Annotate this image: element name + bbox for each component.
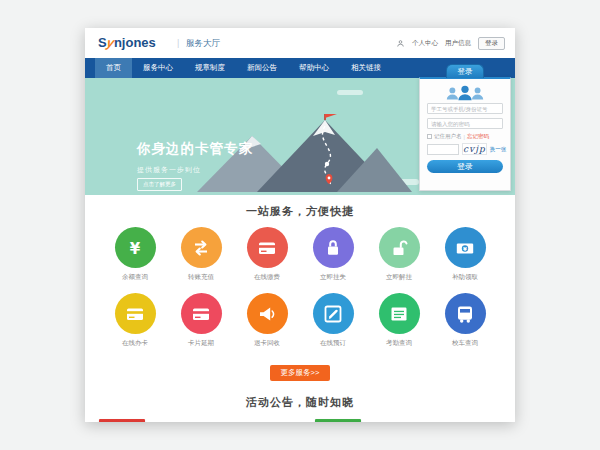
- service-item[interactable]: 卡片延期: [168, 293, 234, 348]
- service-item[interactable]: 立即挂失: [300, 227, 366, 282]
- service-item[interactable]: 在线缴费: [234, 227, 300, 282]
- tab-usage-guide[interactable]: 使用指南: [315, 419, 361, 422]
- remember-checkbox[interactable]: [427, 134, 432, 139]
- more-services-button[interactable]: 更多服务>>: [270, 365, 331, 381]
- edit-icon: [321, 302, 345, 326]
- nav-item[interactable]: 新闻公告: [236, 58, 288, 78]
- service-item[interactable]: 转账充值: [168, 227, 234, 282]
- unlock-icon: [387, 236, 411, 260]
- services-section-title: 一站服务，方便快捷: [85, 204, 515, 219]
- site-name: 服务大厅: [186, 38, 220, 50]
- card-icon: [123, 302, 147, 326]
- service-icon-circle[interactable]: [181, 293, 222, 334]
- service-icon-circle[interactable]: [181, 227, 222, 268]
- nav-item[interactable]: 首页: [95, 58, 132, 78]
- list-icon: [387, 302, 411, 326]
- service-icon-circle[interactable]: [115, 293, 156, 334]
- logo-text-rest: njones: [114, 35, 156, 50]
- nav-item[interactable]: 规章制度: [184, 58, 236, 78]
- header-login-button[interactable]: 登录: [478, 37, 505, 50]
- service-icon-circle[interactable]: [313, 227, 354, 268]
- hero-title: 你身边的卡管专家: [137, 140, 253, 158]
- service-label: 立即解挂: [386, 273, 412, 282]
- transfer-icon: [189, 236, 213, 260]
- login-submit-button[interactable]: 登录: [427, 160, 503, 173]
- captcha-input[interactable]: [427, 144, 459, 155]
- forgot-password-link[interactable]: 忘记密码: [467, 133, 489, 140]
- hero-subtitle: 提供服务一步到位: [137, 165, 201, 175]
- remember-label: 记住用户名: [434, 133, 462, 140]
- tab-activity-announcements[interactable]: 活动公告: [99, 419, 145, 422]
- banknote-icon: ¥: [453, 236, 477, 260]
- hero-cta-button[interactable]: 点击了解更多: [137, 178, 182, 191]
- nav-item[interactable]: 服务中心: [132, 58, 184, 78]
- service-label: 校车查询: [452, 339, 478, 348]
- service-label: 立即挂失: [320, 273, 346, 282]
- bus-icon: [453, 302, 477, 326]
- service-icon-circle[interactable]: ¥: [445, 227, 486, 268]
- service-label: 退卡回收: [254, 339, 280, 348]
- service-item[interactable]: 在线办卡: [102, 293, 168, 348]
- service-label: 补助领取: [452, 273, 478, 282]
- nav-item[interactable]: 相关链接: [340, 58, 392, 78]
- users-avatars-icon: [444, 84, 486, 101]
- login-widget: 登录 记住用户名 | 忘记密码 cvjp 换一张 登录: [419, 64, 511, 191]
- user-info-link[interactable]: 用户信息: [445, 39, 471, 48]
- card-icon: [189, 302, 213, 326]
- service-item[interactable]: 在线预订: [300, 293, 366, 348]
- card-icon: [255, 236, 279, 260]
- service-item[interactable]: 校车查询: [432, 293, 498, 348]
- service-icon-circle[interactable]: [247, 293, 288, 334]
- service-icon-circle[interactable]: [445, 293, 486, 334]
- service-label: 余额查询: [122, 273, 148, 282]
- yen-icon: ¥: [123, 236, 147, 260]
- login-panel: 记住用户名 | 忘记密码 cvjp 换一张 登录: [419, 77, 511, 191]
- captcha-image[interactable]: cvjp: [462, 143, 487, 155]
- service-icon-circle[interactable]: [247, 227, 288, 268]
- logo-divider: |: [177, 38, 179, 48]
- service-icon-circle[interactable]: [379, 227, 420, 268]
- svg-text:¥: ¥: [130, 239, 141, 257]
- service-item[interactable]: ¥补助领取: [432, 227, 498, 282]
- header-links: 个人中心 用户信息 登录: [396, 37, 505, 50]
- cloud-shape: [337, 90, 363, 95]
- megaphone-icon: [255, 302, 279, 326]
- lock-icon: [321, 236, 345, 260]
- captcha-refresh-link[interactable]: 换一张: [490, 146, 507, 153]
- brand-logo[interactable]: Synjones: [98, 35, 156, 50]
- login-tab[interactable]: 登录: [446, 64, 484, 78]
- account-input[interactable]: [427, 103, 503, 114]
- service-icon-circle[interactable]: ¥: [115, 227, 156, 268]
- header: Synjones | 服务大厅 个人中心 用户信息 登录: [85, 28, 515, 58]
- service-icon-circle[interactable]: [379, 293, 420, 334]
- service-item[interactable]: 退卡回收: [234, 293, 300, 348]
- separator: |: [464, 134, 465, 140]
- nav-item[interactable]: 帮助中心: [288, 58, 340, 78]
- service-icon-circle[interactable]: [313, 293, 354, 334]
- service-label: 在线预订: [320, 339, 346, 348]
- service-label: 在线办卡: [122, 339, 148, 348]
- password-input[interactable]: [427, 118, 503, 129]
- service-item[interactable]: 立即解挂: [366, 227, 432, 282]
- user-icon: [396, 39, 405, 48]
- service-item[interactable]: ¥余额查询: [102, 227, 168, 282]
- svg-text:¥: ¥: [463, 245, 467, 251]
- service-label: 卡片延期: [188, 339, 214, 348]
- announcements-section-title: 活动公告，随时知晓: [85, 395, 515, 410]
- service-label: 转账充值: [188, 273, 214, 282]
- service-label: 在线缴费: [254, 273, 280, 282]
- service-label: 考勤查询: [386, 339, 412, 348]
- captcha-row: cvjp 换一张: [427, 143, 503, 155]
- services-grid: ¥余额查询转账充值在线缴费立即挂失立即解挂¥补助领取在线办卡卡片延期退卡回收在线…: [85, 227, 515, 359]
- service-item[interactable]: 考勤查询: [366, 293, 432, 348]
- personal-center-link[interactable]: 个人中心: [412, 39, 438, 48]
- website-screenshot: Synjones | 服务大厅 个人中心 用户信息 登录 首页服务中心规章制度新…: [85, 28, 515, 422]
- remember-row: 记住用户名 | 忘记密码: [427, 133, 503, 140]
